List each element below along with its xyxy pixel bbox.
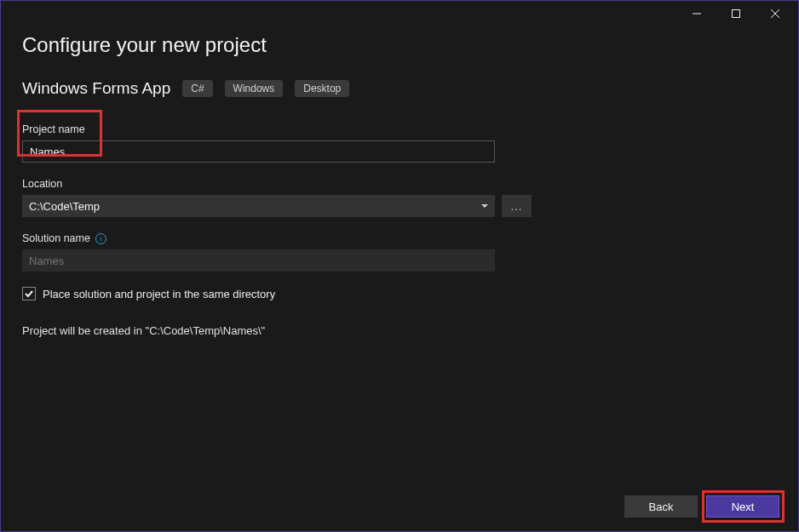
back-button[interactable]: Back [624,495,698,518]
template-name: Windows Forms App [22,79,170,98]
checkmark-icon [25,289,33,298]
project-name-group: Project name [22,123,777,163]
solution-name-label-text: Solution name [22,232,90,244]
creation-path-info: Project will be created in "C:\Code\Temp… [22,324,777,337]
maximize-button[interactable] [716,1,756,26]
template-row: Windows Forms App C# Windows Desktop [22,79,777,98]
titlebar [1,1,798,26]
project-name-input[interactable] [22,140,495,163]
minimize-icon [693,9,701,18]
close-button[interactable] [756,1,795,26]
solution-name-label: Solution name i [22,232,777,244]
solution-name-input [22,249,495,272]
tag-desktop: Desktop [295,80,349,97]
location-label: Location [22,178,777,190]
solution-name-group: Solution name i [22,232,777,272]
footer-buttons: Back Next [624,495,779,518]
next-button[interactable]: Next [706,495,779,518]
browse-button[interactable]: ... [502,195,532,217]
content-area: Configure your new project Windows Forms… [1,26,798,337]
location-select[interactable]: C:\Code\Temp [22,195,495,217]
chevron-down-icon [481,204,488,208]
location-group: Location C:\Code\Temp ... [22,178,777,217]
location-value: C:\Code\Temp [29,200,481,213]
same-directory-label: Place solution and project in the same d… [43,288,275,300]
tag-csharp: C# [182,80,212,97]
tag-windows: Windows [225,80,284,97]
close-icon [771,9,779,18]
svg-rect-1 [733,10,740,18]
minimize-button[interactable] [677,1,716,26]
page-title: Configure your new project [22,33,777,57]
project-name-label: Project name [22,123,777,135]
same-directory-checkbox[interactable] [22,287,36,300]
info-icon[interactable]: i [95,233,106,244]
maximize-icon [732,9,740,18]
same-directory-row: Place solution and project in the same d… [22,287,777,300]
